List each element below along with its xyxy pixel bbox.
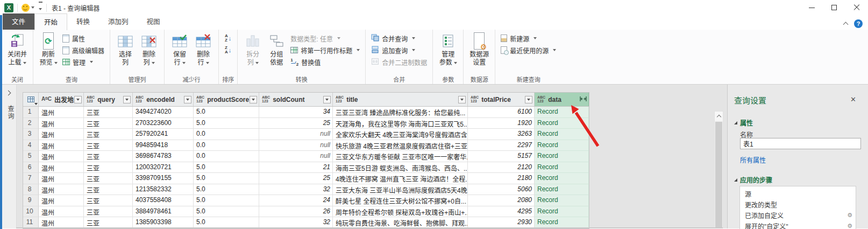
row-number[interactable]: 8 (23, 184, 39, 196)
row-number[interactable]: 3 (23, 129, 39, 140)
gear-icon[interactable]: ⚙ (847, 212, 852, 219)
row-number[interactable]: 2 (23, 118, 39, 129)
new-source-button[interactable]: 新建源 (499, 32, 558, 44)
cell[interactable]: 6100 (468, 107, 535, 118)
cell[interactable]: 21 (259, 162, 333, 174)
cell[interactable]: 温州 (39, 140, 84, 151)
cell[interactable]: 周年特价全程希尔顿 探秘双岛+玫瑰谷+南山+... (333, 206, 468, 218)
cell[interactable]: 0.0 (194, 129, 259, 140)
applied-step[interactable]: 源 (740, 188, 856, 199)
row-number[interactable]: 10 (23, 206, 39, 218)
manage-button[interactable]: 管理 (61, 56, 106, 68)
cell[interactable]: 快乐旅游 4晚三亚君然温泉度假酒店住宿+三亚... (333, 140, 468, 151)
table-selector-button[interactable] (23, 93, 39, 106)
cell[interactable]: Record (535, 173, 589, 184)
cell[interactable]: 5.0 (194, 206, 259, 218)
cell[interactable]: 2180 (468, 173, 535, 184)
tab-add-column[interactable]: 添加列 (99, 13, 138, 30)
queries-pane-collapsed[interactable]: 查询 (2, 85, 17, 228)
cell[interactable]: 三亚 (84, 184, 133, 196)
cell[interactable]: 温州 (39, 107, 84, 118)
cell[interactable]: 温州 (39, 162, 84, 174)
cell[interactable]: 三亚 (84, 118, 133, 129)
cell[interactable]: 三亚 (84, 173, 133, 184)
minimize-button[interactable] (800, 0, 823, 15)
expand-pane-icon[interactable] (6, 91, 11, 96)
cell[interactable]: 5.0 (194, 173, 259, 184)
applied-steps-section-header[interactable]: 应用的步骤 (734, 175, 772, 184)
cell[interactable]: 三亚 (84, 162, 133, 174)
expand-column-icon[interactable] (580, 96, 587, 103)
cell[interactable]: 0.0 (194, 151, 259, 162)
close-and-load-button[interactable]: 关闭并 上载 (5, 31, 29, 68)
close-button[interactable] (845, 0, 868, 15)
cell[interactable]: 5157 (468, 151, 535, 162)
cell[interactable]: 26 (259, 206, 333, 218)
cell[interactable]: 25 (259, 173, 333, 184)
cell[interactable]: 三亚 (84, 151, 133, 162)
sort-descending-button[interactable]: ZA ↓ (223, 44, 233, 56)
cell[interactable]: Record (535, 206, 589, 218)
combine-binaries-button[interactable]: 合并二进制数据 (369, 56, 429, 68)
cell[interactable]: 温州 (39, 184, 84, 196)
cell[interactable]: 三亚 (84, 140, 133, 151)
column-header-soldCount[interactable]: ABC123soldCount (259, 93, 333, 106)
sort-ascending-button[interactable]: AZ ↓ (223, 32, 233, 44)
remove-columns-button[interactable]: 删除 列 (138, 31, 160, 68)
cell[interactable]: 1200320721 (133, 162, 194, 174)
cell[interactable]: 5.0 (194, 162, 259, 174)
column-header-query[interactable]: ABC123query (84, 93, 133, 106)
column-header-encodeId[interactable]: ABC123encodeId (133, 93, 194, 106)
replace-values-button[interactable]: 12 替换值 (289, 56, 361, 68)
row-number[interactable]: 7 (23, 173, 39, 184)
cell[interactable]: Record (535, 217, 589, 228)
row-number[interactable]: 4 (23, 140, 39, 151)
scrollbar-thumb[interactable] (715, 122, 722, 228)
cell[interactable]: 0.0 (194, 140, 259, 151)
cell[interactable]: 34 (259, 107, 333, 118)
cell[interactable]: 24 (259, 195, 333, 206)
cell[interactable]: 25 (259, 118, 333, 129)
cell[interactable]: 5.0 (194, 107, 259, 118)
collapse-ribbon-icon[interactable] (843, 22, 849, 27)
cell[interactable]: 3698674783 (133, 151, 194, 162)
cell[interactable]: 3398709155 (133, 173, 194, 184)
tab-view[interactable]: 视图 (138, 13, 169, 30)
cell[interactable]: Record (535, 184, 589, 196)
cell[interactable]: 温州 (39, 206, 84, 218)
cell[interactable]: null (259, 129, 333, 140)
properties-button[interactable]: 属性 (61, 32, 106, 44)
column-header-data[interactable]: ABC123data (535, 93, 589, 106)
cell[interactable]: 温州 (39, 173, 84, 184)
cell[interactable]: Record (535, 195, 589, 206)
help-icon[interactable]: ? (854, 19, 863, 28)
cell[interactable]: 5.0 (194, 195, 259, 206)
cell[interactable]: 2080 (468, 195, 535, 206)
cell[interactable]: Record (535, 162, 589, 174)
cell[interactable]: 纯玩零自费住海景、吃海鲜餐、抱佛脚、拜观... (333, 217, 468, 228)
cell[interactable]: 三亚 (84, 129, 133, 140)
cell[interactable]: 三亚文华东方暖冬钜献 三亚市区唯一一家奢华... (333, 151, 468, 162)
cell[interactable]: 4晚连住不挪窝 温州直飞三亚 海边酒店！全程... (333, 173, 468, 184)
cell[interactable]: 三亚 (84, 206, 133, 218)
cell[interactable]: 1920 (468, 118, 535, 129)
advanced-editor-button[interactable]: 高级编辑器 (61, 44, 106, 56)
gear-icon[interactable]: ⚙ (847, 223, 852, 229)
cell[interactable]: 2930 (468, 217, 535, 228)
cell[interactable]: null (259, 140, 333, 151)
vertical-scrollbar[interactable] (714, 111, 723, 228)
cell[interactable]: 三亚 (84, 217, 133, 228)
cell[interactable]: Record (535, 129, 589, 140)
data-source-settings-button[interactable]: ⚙ 数据源 设置 (467, 31, 491, 68)
cell[interactable]: 5.0 (194, 217, 259, 228)
cell[interactable]: 32 (259, 217, 333, 228)
applied-step[interactable]: 更改的类型 (740, 199, 856, 210)
group-by-button[interactable]: 分组 依据 (265, 31, 288, 68)
cell[interactable]: 5.0 (194, 118, 259, 129)
data-type-button[interactable]: 数据类型: 任意 (289, 32, 361, 44)
cell[interactable]: 257920241 (133, 129, 194, 140)
column-header-totalPrice[interactable]: ABC123totalPrice (468, 93, 535, 106)
cell[interactable]: 温州 (39, 118, 84, 129)
choose-columns-button[interactable]: 选择 列 (114, 31, 137, 68)
feedback-smiley-icon[interactable] (22, 4, 30, 12)
